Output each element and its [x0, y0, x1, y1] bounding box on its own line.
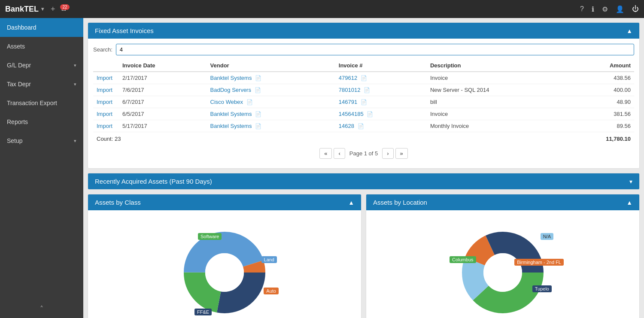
assets-by-location-title: Assets by Location [373, 199, 427, 206]
assets-by-class-toggle[interactable]: ▲ [348, 199, 354, 206]
fixed-asset-invoices-header: Fixed Asset Invoices ▲ [88, 23, 639, 39]
invoice-doc-icon[interactable]: 📄 [364, 87, 370, 93]
brand[interactable]: BankTEL ▾ [5, 5, 44, 14]
import-action[interactable]: Import [93, 120, 119, 132]
col-date: Invoice Date [119, 60, 207, 72]
table-row: Import 5/17/2017 Banktel Systems 📄 14628… [93, 120, 634, 132]
amount: 400.00 [572, 84, 634, 96]
sidebar-label-transaction-export: Transaction Export [7, 100, 57, 106]
svg-point-4 [205, 253, 244, 292]
sidebar-item-setup[interactable]: Setup ▾ [0, 131, 83, 150]
sidebar-label-setup: Setup [7, 137, 23, 144]
vendor-doc-icon[interactable]: 📄 [255, 123, 261, 129]
tax-depr-caret: ▾ [74, 82, 76, 87]
invoice-number[interactable]: 146791 📄 [335, 96, 427, 108]
vendor-name[interactable]: Banktel Systems 📄 [207, 120, 335, 132]
vendor-doc-icon[interactable]: 📄 [246, 99, 253, 105]
top-nav: BankTEL ▾ + ✉ 22 ? ℹ ⚙ 👤 ⏻ [0, 0, 644, 18]
invoice-doc-icon[interactable]: 📄 [361, 99, 367, 105]
page-next-button[interactable]: › [382, 148, 393, 159]
vendor-doc-icon[interactable]: 📄 [255, 75, 261, 81]
charts-row: Assets by Class ▲ [88, 194, 640, 318]
search-label: Search: [93, 46, 112, 53]
brand-caret: ▾ [41, 6, 44, 12]
sidebar-item-transaction-export[interactable]: Transaction Export [0, 94, 83, 112]
invoice-doc-icon[interactable]: 📄 [358, 123, 364, 129]
invoice-number[interactable]: 7801012 📄 [335, 84, 427, 96]
assets-by-class-header: Assets by Class ▲ [88, 194, 361, 210]
description: Invoice [427, 72, 572, 84]
page-first-button[interactable]: « [319, 148, 332, 159]
sidebar-item-assets[interactable]: Assets [0, 37, 83, 56]
recently-acquired-toggle[interactable]: ▾ [629, 178, 632, 185]
table-row: Import 2/17/2017 Banktel Systems 📄 47961… [93, 72, 634, 84]
assets-by-location-toggle[interactable]: ▲ [626, 199, 632, 206]
vendor-doc-icon[interactable]: 📄 [255, 111, 261, 117]
import-action[interactable]: Import [93, 72, 119, 84]
top-nav-icons: ? ℹ ⚙ 👤 ⏻ [580, 5, 639, 13]
assets-by-location-svg [456, 225, 550, 318]
sidebar-item-dashboard[interactable]: Dashboard [0, 18, 83, 37]
invoice-doc-icon[interactable]: 📄 [367, 111, 373, 117]
description: bill [427, 96, 572, 108]
sidebar-item-tax-depr[interactable]: Tax Depr ▾ [0, 75, 83, 94]
invoice-number[interactable]: 479612 📄 [335, 72, 427, 84]
add-button[interactable]: + [51, 5, 55, 14]
assets-by-class-chart: Software Land Auto FF&E [177, 225, 272, 318]
table-row: Import 6/7/2017 Cisco Webex 📄 146791 📄 b… [93, 96, 634, 108]
import-action[interactable]: Import [93, 84, 119, 96]
vendor-doc-icon[interactable]: 📄 [255, 87, 261, 93]
user-icon[interactable]: 👤 [616, 5, 624, 13]
help-icon[interactable]: ? [580, 5, 584, 13]
invoice-date: 7/6/2017 [119, 84, 207, 96]
page-prev-button[interactable]: ‹ [334, 148, 345, 159]
search-input[interactable] [116, 44, 634, 55]
fixed-asset-invoices-toggle[interactable]: ▲ [626, 27, 632, 34]
sidebar-collapse-button[interactable]: ˄ [0, 300, 83, 318]
sidebar-label-assets: Assets [7, 43, 25, 50]
content-area: Fixed Asset Invoices ▲ Search: Invoice D… [83, 18, 644, 318]
pagination: « ‹ Page 1 of 5 › » [93, 144, 634, 163]
sidebar-label-dashboard: Dashboard [7, 24, 36, 31]
invoice-doc-icon[interactable]: 📄 [361, 75, 367, 81]
table-footer: Count: 23 11,780.10 [93, 132, 634, 144]
table-row: Import 6/5/2017 Banktel Systems 📄 145641… [93, 108, 634, 120]
amount: 48.90 [572, 96, 634, 108]
main-layout: Dashboard Assets G/L Depr ▾ Tax Depr ▾ T… [0, 18, 644, 318]
sidebar: Dashboard Assets G/L Depr ▾ Tax Depr ▾ T… [0, 18, 83, 318]
sidebar-item-gl-depr[interactable]: G/L Depr ▾ [0, 56, 83, 75]
page-last-button[interactable]: » [395, 148, 408, 159]
invoice-number[interactable]: 14628 📄 [335, 120, 427, 132]
sidebar-label-reports: Reports [7, 118, 28, 125]
invoice-number[interactable]: 14564185 📄 [335, 108, 427, 120]
assets-by-location-body: Columbus N/A Birmingham - 2nd FL Tupelo [366, 210, 639, 318]
import-action[interactable]: Import [93, 108, 119, 120]
vendor-name[interactable]: Banktel Systems 📄 [207, 72, 335, 84]
fixed-asset-invoices-body: Search: Invoice Date Vendor Invoice # De… [88, 39, 639, 168]
col-vendor: Vendor [207, 60, 335, 72]
mail-button[interactable]: ✉ 22 [61, 6, 66, 12]
col-amount: Amount [572, 60, 634, 72]
col-action [93, 60, 119, 72]
amount: 438.56 [572, 72, 634, 84]
invoice-date: 6/5/2017 [119, 108, 207, 120]
sidebar-label-gl-depr: G/L Depr [7, 62, 31, 69]
recently-acquired-title: Recently Acquired Assets (Past 90 Days) [95, 178, 212, 185]
vendor-name[interactable]: Banktel Systems 📄 [207, 108, 335, 120]
vendor-name[interactable]: Cisco Webex 📄 [207, 96, 335, 108]
mail-badge: 22 [60, 4, 69, 10]
import-action[interactable]: Import [93, 96, 119, 108]
settings-icon[interactable]: ⚙ [602, 5, 608, 13]
invoice-date: 5/17/2017 [119, 120, 207, 132]
invoice-table: Invoice Date Vendor Invoice # Descriptio… [93, 60, 634, 132]
power-icon[interactable]: ⏻ [632, 5, 639, 13]
recently-acquired-header: Recently Acquired Assets (Past 90 Days) … [88, 173, 639, 189]
vendor-name[interactable]: BadDog Servers 📄 [207, 84, 335, 96]
sidebar-item-reports[interactable]: Reports [0, 112, 83, 131]
info-icon[interactable]: ℹ [592, 5, 594, 13]
search-row: Search: [93, 44, 634, 55]
assets-by-location-header: Assets by Location ▲ [366, 194, 639, 210]
collapse-icon: ˄ [40, 305, 43, 312]
assets-by-location-chart: Columbus N/A Birmingham - 2nd FL Tupelo [456, 225, 550, 318]
brand-name: BankTEL [5, 5, 39, 14]
